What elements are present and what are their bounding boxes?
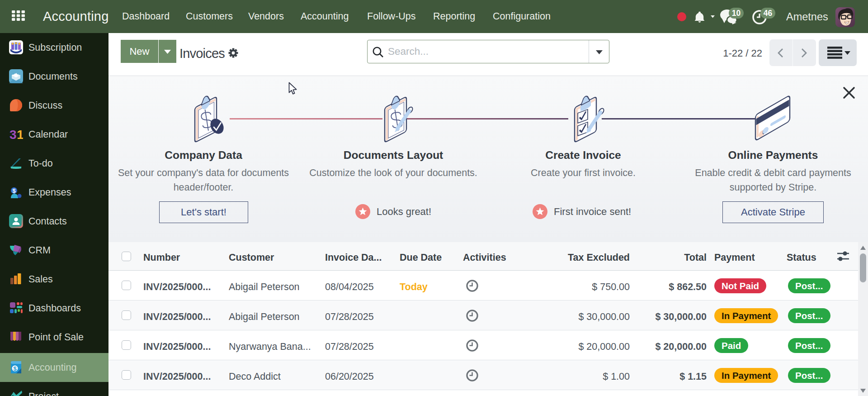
svg-text:$: $ xyxy=(14,365,17,372)
svg-text:1: 1 xyxy=(17,128,23,141)
svg-text:3: 3 xyxy=(9,128,17,141)
svg-text:$: $ xyxy=(12,187,16,194)
